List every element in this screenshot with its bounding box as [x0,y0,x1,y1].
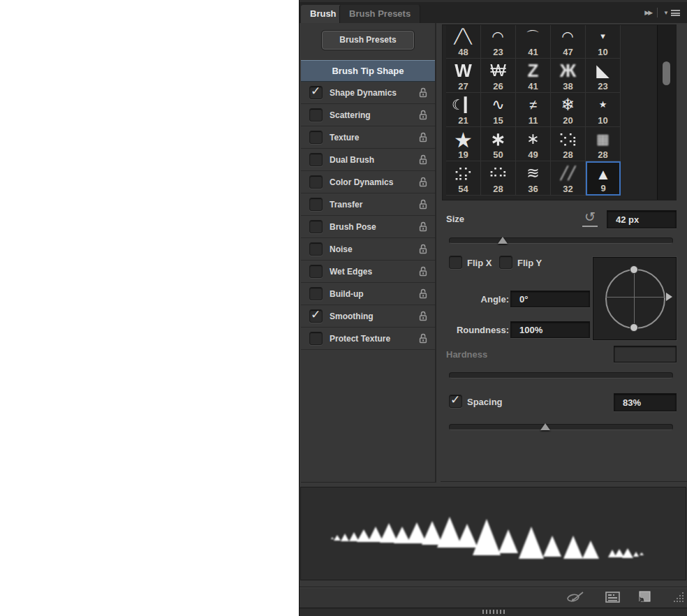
unlock-icon[interactable] [418,266,428,280]
unlock-icon[interactable] [418,311,428,325]
brush-preset-41[interactable]: ⌒41 [516,24,551,59]
brush-preset-27[interactable]: W27 [446,59,481,93]
unlock-icon[interactable] [418,221,428,235]
sidebar-item-texture[interactable]: ✓ Texture [301,126,435,149]
brush-preset-28[interactable]: ⢕⢵28 [551,127,586,161]
sidebar-item-label: Brush Pose [330,222,376,232]
angle-roundness-control[interactable] [593,257,677,340]
spacing-slider-track[interactable] [449,424,673,430]
bristle-brush-preview-icon[interactable] [566,591,587,606]
sidebar-item-scattering[interactable]: ✓ Scattering [301,104,435,126]
panel-menu-icon[interactable]: ▼ [663,10,680,16]
panel-resize-grip-icon[interactable] [673,592,686,606]
brush-presets-button[interactable]: Brush Presets [322,31,414,50]
tab-brush-presets[interactable]: Brush Presets [339,5,420,23]
roundness-handle-bottom[interactable] [630,323,638,332]
brush-preset-50[interactable]: ∗50 [481,127,516,161]
size-slider[interactable] [449,235,673,246]
sidebar-item-brush-tip-shape[interactable]: Brush Tip Shape [301,60,435,82]
sidebar-item-color-dynamics[interactable]: ✓ Color Dynamics [301,171,435,193]
sidebar-item-dual-brush[interactable]: ✓ Dual Brush [301,149,435,171]
brush-preset-48[interactable]: ╱╲48 [446,24,481,59]
sidebar-item-label: Shape Dynamics [330,88,397,98]
sidebar-item-wet-edges[interactable]: ✓ Wet Edges [301,261,435,283]
panel-drag-handle[interactable] [482,610,505,614]
sidebar-item-build-up[interactable]: ✓ Build-up [301,283,435,305]
brush-preset-41b[interactable]: Z41 [516,59,551,93]
brush-preset-28c[interactable]: ⠮⠵28 [481,161,516,196]
brush-preset-23[interactable]: ◠23 [481,24,516,59]
sidebar-item-transfer[interactable]: ✓ Transfer [301,193,435,216]
roundness-circle[interactable] [605,269,665,329]
brush-pose-checkbox[interactable]: ✓ [309,220,323,233]
unlock-icon[interactable] [418,333,428,347]
unlock-icon[interactable] [418,87,428,101]
shape-dynamics-checkbox[interactable]: ✓ [309,86,323,99]
grid-scrollbar[interactable] [657,25,676,200]
unlock-icon[interactable] [418,199,428,213]
brush-preset-19[interactable]: ★19 [446,127,481,161]
unlock-icon[interactable] [418,177,428,191]
scattering-checkbox[interactable]: ✓ [309,108,323,122]
unlock-icon[interactable] [418,244,428,258]
build-up-checkbox[interactable]: ✓ [309,287,323,300]
brush-preset-9-selected[interactable]: ▲9 [586,161,621,196]
menu-arrow-icon: ▼ [663,10,669,16]
brush-preset-26[interactable]: ₩26 [481,59,516,93]
flip-y-checkbox[interactable]: ✓ [499,256,512,269]
color-dynamics-checkbox[interactable]: ✓ [309,175,323,189]
roundness-input[interactable] [510,321,590,338]
brush-preset-11[interactable]: ≠11 [516,93,551,127]
scrollbar-thumb[interactable] [663,61,670,85]
protect-texture-checkbox[interactable]: ✓ [309,332,323,345]
brush-panel: Brush Brush Presets ▶▶ ▼ Brush Presets B… [299,0,687,616]
open-preset-manager-icon[interactable] [605,591,621,606]
sidebar-item-label: Scattering [330,110,371,120]
roundness-handle-top[interactable] [630,265,638,274]
sidebar-item-noise[interactable]: ✓ Noise [301,238,435,261]
transfer-checkbox[interactable]: ✓ [309,198,323,211]
dual-brush-checkbox[interactable]: ✓ [309,153,323,166]
size-slider-track[interactable] [449,237,673,244]
sidebar-item-smoothing[interactable]: ✓ Smoothing [301,305,435,328]
sidebar-item-brush-pose[interactable]: ✓ Brush Pose [301,216,435,238]
unlock-icon[interactable] [418,132,428,146]
spacing-input[interactable] [614,393,677,411]
brush-preset-47[interactable]: ◠47 [551,24,586,59]
create-new-brush-icon[interactable] [637,591,652,607]
spacing-slider[interactable] [449,421,673,432]
brush-preset-23b[interactable]: ◣23 [586,59,621,93]
sidebar-item-protect-texture[interactable]: ✓ Protect Texture [301,328,435,350]
flip-x-checkbox[interactable]: ✓ [449,256,462,269]
texture-checkbox[interactable]: ✓ [309,131,323,144]
brush-preset-20[interactable]: ❄20 [551,93,586,127]
unlock-icon[interactable] [418,110,428,124]
sidebar-item-shape-dynamics[interactable]: ✓ Shape Dynamics [301,82,435,104]
angle-horizontal-axis [605,297,665,298]
unlock-icon[interactable] [418,154,428,168]
brush-preset-15[interactable]: ∿15 [481,93,516,127]
smoothing-checkbox[interactable]: ✓ [309,309,323,323]
spacing-slider-thumb[interactable] [540,423,550,430]
restore-sample-size-icon[interactable]: ↺ [582,210,598,227]
brush-preset-28b[interactable]: ▦28 [586,127,621,161]
brush-preset-32[interactable]: ╱╱32 [551,161,586,196]
angle-arrow-icon[interactable] [666,293,672,301]
brush-preset-10b[interactable]: ★10 [586,93,621,127]
size-slider-thumb[interactable] [498,237,508,244]
collapse-panels-icon[interactable]: ▶▶ [644,9,651,16]
wet-edges-checkbox[interactable]: ✓ [309,265,323,278]
noise-checkbox[interactable]: ✓ [309,242,323,256]
brush-tip-shape-panel: ╱╲48 ◠23 ⌒41 ◠47 ▾10 W27 ₩26 Z41 Ж38 ◣23… [441,23,687,482]
brush-preset-21[interactable]: ☾▎21 [446,93,481,127]
size-input[interactable] [607,210,677,228]
brush-preset-36[interactable]: ≋36 [516,161,551,196]
brush-preset-54[interactable]: ⣪⡕54 [446,161,481,196]
angle-input[interactable] [510,291,590,307]
spacing-checkbox[interactable]: ✓ [449,395,462,408]
brush-thumbnail: ◠ [551,26,585,47]
brush-preset-38[interactable]: Ж38 [551,59,586,93]
unlock-icon[interactable] [418,288,428,302]
brush-preset-49[interactable]: ∗49 [516,127,551,161]
brush-preset-10[interactable]: ▾10 [586,24,621,59]
